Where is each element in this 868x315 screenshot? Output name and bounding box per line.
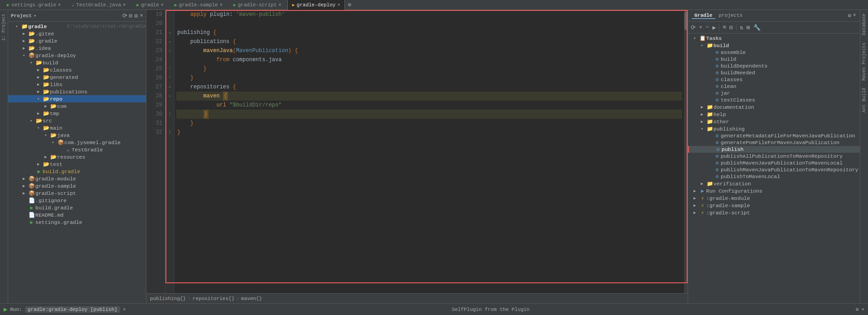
tree-item-java[interactable]: ▾ 📂 java [8,131,146,139]
gradle-publishing-group[interactable]: ▾ 📁 publishing [688,125,860,132]
tree-item-publications[interactable]: ▶ 📂 publications [8,88,146,95]
tree-item-gradle-hidden[interactable]: ▶ 📂 .gradle [8,37,146,44]
code-line-19[interactable]: apply plugin: 'maven-publish' [176,10,682,19]
tree-item-gradle-module[interactable]: ▶ 📦 gradle-module [8,175,146,182]
sort-btn[interactable]: ⇅ [739,23,744,32]
code-line-30[interactable]: } [176,110,682,119]
close-icon[interactable]: × [161,3,164,8]
bottom-close-icon[interactable]: × [861,307,864,312]
gradle-verification-group[interactable]: ▶ 📁 verification [688,180,860,187]
link-btn[interactable]: + [698,23,703,32]
breadcrumb-item[interactable]: publishing{} [150,296,186,301]
project-side-tab[interactable]: 1: Project [0,10,7,44]
code-line-32[interactable]: } [176,128,682,137]
scrollbar[interactable] [684,10,688,293]
tree-item-settings[interactable]: ▶ settings.gradle [8,218,146,226]
tree-root[interactable]: ▾ 📁 gradle E:\study\osc\trial-run\gradle [8,23,146,30]
code-editor[interactable]: 19 20 21 22 23 24 25 26 27 28 29 30 31 3… [146,10,688,293]
gradle-help-group[interactable]: ▶ 📁 help [688,111,860,118]
gradle-jar[interactable]: ⚙ jar [688,90,860,97]
tab-settings-gradle[interactable]: ▶ settings.gradle × [2,0,66,10]
fold-icon[interactable]: ▾ [169,85,171,90]
tree-item-gradle-deploy[interactable]: ▾ 📦 gradle-deploy [8,52,146,59]
gradle-documentation-group[interactable]: ▶ 📁 documentation [688,103,860,111]
code-line-22[interactable]: publications { [176,37,682,46]
gradle-assemble[interactable]: ⚙ assemble [688,49,860,56]
fold-icon[interactable]: ▾ [169,39,171,44]
tree-item-tmp[interactable]: ▶ 📂 tmp [8,110,146,117]
tree-item-repo[interactable]: ▾ 📂 repo [8,95,146,102]
code-line-20[interactable] [176,19,682,28]
code-content[interactable]: apply plugin: 'maven-publish' publishing… [175,10,684,293]
settings-icon[interactable]: ⚙ [134,12,138,19]
fold-icon[interactable]: ▾ [169,30,171,35]
code-line-23[interactable]: mavenJava(MavenPublication) { [176,46,682,55]
tree-item-gitee[interactable]: ▶ 📂 .gitee [8,30,146,37]
wrench-btn[interactable]: 🔧 [752,23,761,32]
close-icon[interactable]: × [337,3,340,8]
database-tab[interactable]: Database [861,10,868,39]
tab-gradle-sample[interactable]: ▶ gradle-sample × [170,0,228,10]
code-line-21[interactable]: publishing { [176,28,682,37]
gradle-buildDependents[interactable]: ⚙ buildDependents [688,63,860,69]
tab-gradle-script[interactable]: ▶ gradle-script × [228,0,286,10]
gradle-buildNeeded[interactable]: ⚙ buildNeeded [688,69,860,76]
tree-item-testgradle[interactable]: ☕ TestGradle [8,146,146,153]
tree-item-build[interactable]: ▾ 📂 build [8,59,146,66]
code-line-27[interactable]: repositories { [176,82,682,92]
tree-item-idea[interactable]: ▶ 📂 .idea [8,44,146,52]
sync-icon[interactable]: ⟳ [122,12,127,19]
tree-item-gradle-script[interactable]: ▶ 📦 gradle-script [8,189,146,197]
gradle-clean[interactable]: ⚙ clean [688,83,860,90]
code-line-31[interactable]: } [176,119,682,128]
gradle-tab[interactable]: Gradle [692,13,715,19]
close-panel-icon[interactable]: × [140,12,143,19]
gradle-publishAll[interactable]: ⚙ publishAllPublicationsToMavenRepositor… [688,153,860,160]
tree-item-test[interactable]: ▶ 📂 test [8,160,146,168]
minus-btn[interactable]: − [705,23,710,32]
gradle-sample-item[interactable]: ▶ ⚡ :gradle-sample [688,202,860,209]
code-line-26[interactable]: } [176,73,682,82]
gradle-publish-maven-local[interactable]: ⚙ publishMavenJavaPublicationToMavenLoca… [688,160,860,166]
code-line-28[interactable]: maven { [176,92,682,101]
tab-gradle-deploy[interactable]: ▶ gradle-deploy × [287,0,345,10]
bottom-settings-icon[interactable]: ⚙ [856,306,859,312]
settings-icon[interactable]: ⚙ [848,12,851,19]
gradle-publish-to-local[interactable]: ⚙ publishToMavenLocal [688,173,860,180]
tree-item-resources[interactable]: ▶ 📂 resources [8,153,146,160]
gradle-build-task[interactable]: ⚙ build [688,56,860,63]
tree-item-gradle-sample[interactable]: ▶ 📦 gradle-sample [8,182,146,189]
tree-item-com[interactable]: ▶ 📂 com [8,102,146,110]
expand-btn[interactable]: ≡ [722,23,727,32]
gradle-tasks-group[interactable]: ▾ 📋 Tasks [688,34,860,42]
gradle-generate-pom[interactable]: ⚙ generatePomFileForMavenJavaPublication [688,139,860,146]
ant-build-tab[interactable]: Ant Build [861,84,868,116]
collapse-icon[interactable]: ⊟ [129,12,133,19]
tree-item-package[interactable]: ▾ 📦 com.jysemel.gradle [8,139,146,146]
gradle-publish-maven-repo[interactable]: ⚙ publishMavenJavaPublicationToMavenRepo… [688,166,860,173]
close-icon[interactable]: × [279,3,281,8]
tree-item-build-gradle[interactable]: ▶ build.gradle [8,168,146,175]
tree-item-gitignore[interactable]: 📄 .gitignore [8,197,146,204]
tree-item-src[interactable]: ▾ 📂 src [8,117,146,124]
gradle-testClasses[interactable]: ⚙ testClasses [688,97,860,103]
gradle-module-item[interactable]: ▶ ⚡ :gradle-module [688,194,860,202]
code-line-29[interactable]: url "$buildDir/repo" [176,101,682,110]
code-line-24[interactable]: from components.java [176,55,682,64]
more-tabs-icon[interactable]: ⚙ [346,1,353,8]
maven-projects-tab[interactable]: Maven Projects [861,39,868,84]
close-icon[interactable]: × [220,3,223,8]
run-play-btn[interactable]: ▶ [4,305,7,313]
refresh-btn[interactable]: ⟳ [690,23,697,32]
tree-item-build-gradle-root[interactable]: ▶ build.gradle [8,204,146,211]
collapse-btn[interactable]: ⊟ [728,23,734,32]
gradle-classes[interactable]: ⚙ classes [688,76,860,83]
fold-icon[interactable]: ▾ [169,94,171,99]
tree-item-readme[interactable]: 📄 README.md [8,211,146,218]
close-run-icon[interactable]: × [123,307,126,312]
gradle-generate-metadata[interactable]: ⚙ generateMetadataFileForMavenJavaPublic… [688,132,860,139]
gradle-script-item[interactable]: ▶ ⚡ :gradle-script [688,209,860,216]
code-line-25[interactable]: } [176,64,682,73]
tree-item-main[interactable]: ▾ 📂 main [8,124,146,131]
tree-item-classes[interactable]: ▶ 📂 classes [8,66,146,73]
